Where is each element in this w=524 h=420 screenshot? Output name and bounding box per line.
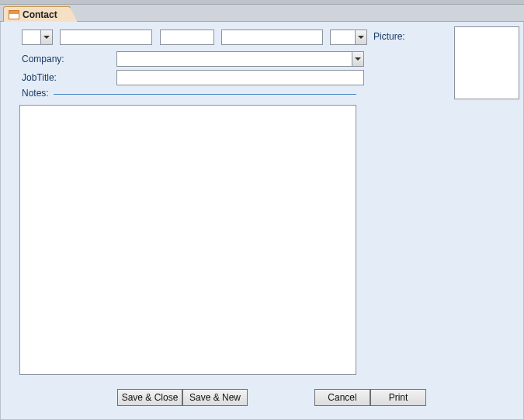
- jobtitle-field[interactable]: [116, 70, 364, 85]
- notes-divider: [54, 94, 356, 95]
- button-row: Save & Close Save & New Cancel Print: [1, 389, 523, 408]
- last-name-field[interactable]: [221, 30, 323, 45]
- first-name-field[interactable]: [60, 30, 152, 45]
- form-icon: [9, 10, 19, 19]
- picture-box[interactable]: [454, 26, 519, 99]
- jobtitle-row: JobTitle:: [22, 70, 364, 85]
- company-row: Company:: [22, 51, 364, 67]
- company-combo[interactable]: [116, 51, 364, 67]
- jobtitle-label: JobTitle:: [22, 72, 116, 83]
- jobtitle-input[interactable]: [117, 71, 363, 85]
- company-input[interactable]: [117, 52, 363, 66]
- dropdown-icon[interactable]: [40, 30, 52, 44]
- save-new-button[interactable]: Save & New: [182, 389, 248, 406]
- cancel-button[interactable]: Cancel: [314, 389, 370, 406]
- prefix-combo[interactable]: [22, 30, 53, 45]
- middle-name-field[interactable]: [160, 30, 214, 45]
- middle-name-input[interactable]: [161, 30, 213, 44]
- save-close-button[interactable]: Save & Close: [117, 389, 182, 406]
- notes-label: Notes:: [22, 88, 54, 99]
- dropdown-icon[interactable]: [352, 52, 363, 66]
- print-button[interactable]: Print: [370, 389, 426, 406]
- company-label: Company:: [22, 54, 116, 64]
- dropdown-icon[interactable]: [355, 30, 366, 44]
- tab-strip: Contact: [0, 5, 524, 22]
- tab-contact[interactable]: Contact: [3, 6, 71, 22]
- name-parts-row: [22, 30, 367, 45]
- tab-title: Contact: [23, 9, 57, 20]
- notes-header: Notes:: [22, 88, 356, 99]
- form-body: Company: JobTitle: Notes: Picture: Save …: [0, 22, 524, 420]
- suffix-combo[interactable]: [330, 30, 367, 45]
- notes-textarea[interactable]: [20, 106, 356, 374]
- last-name-input[interactable]: [222, 30, 322, 44]
- notes-field[interactable]: [19, 105, 356, 375]
- picture-label: Picture:: [373, 31, 405, 42]
- first-name-input[interactable]: [61, 30, 151, 44]
